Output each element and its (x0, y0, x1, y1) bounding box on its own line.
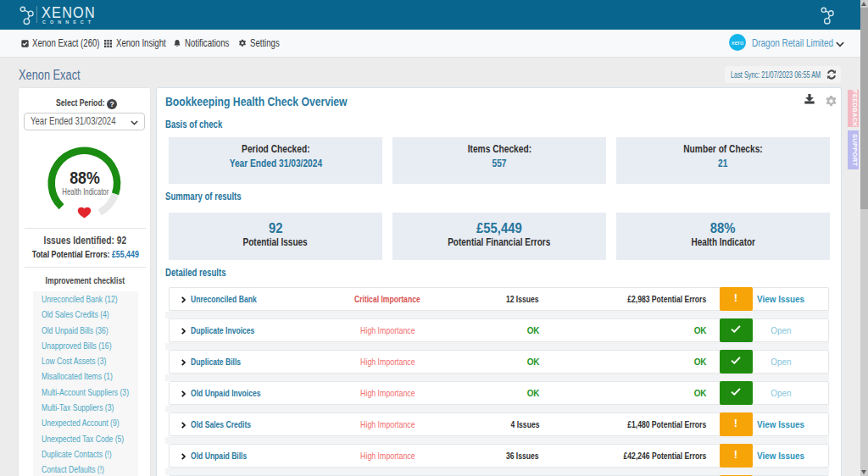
svg-text:xero: xero (732, 39, 744, 47)
